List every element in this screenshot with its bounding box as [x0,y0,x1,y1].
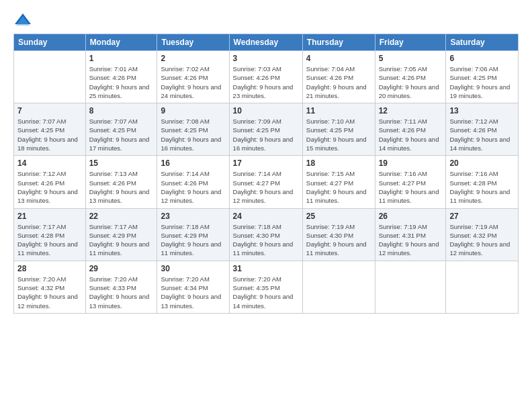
day-number: 22 [89,212,154,221]
cell-inner: 13Sunrise: 7:12 AMSunset: 4:26 PMDayligh… [449,106,515,152]
cell-details: Sunrise: 7:13 AMSunset: 4:26 PMDaylight:… [89,169,154,205]
day-number: 10 [233,106,299,116]
cell-inner: 9Sunrise: 7:08 AMSunset: 4:25 PMDaylight… [161,106,225,152]
day-number: 17 [233,158,299,168]
cell-inner: 28Sunrise: 7:20 AMSunset: 4:32 PMDayligh… [17,264,82,310]
day-number: 30 [161,264,225,273]
day-number: 15 [89,158,154,168]
calendar-cell: 2Sunrise: 7:02 AMSunset: 4:26 PMDaylight… [157,51,229,103]
cell-details: Sunrise: 7:20 AMSunset: 4:34 PMDaylight:… [161,275,225,310]
cell-inner: 3Sunrise: 7:03 AMSunset: 4:26 PMDaylight… [233,54,299,100]
calendar-cell: 6Sunrise: 7:06 AMSunset: 4:25 PMDaylight… [446,51,519,103]
calendar-cell: 24Sunrise: 7:18 AMSunset: 4:30 PMDayligh… [229,208,302,261]
day-number: 9 [161,106,225,116]
calendar-cell: 19Sunrise: 7:16 AMSunset: 4:27 PMDayligh… [375,156,446,208]
cell-inner: 5Sunrise: 7:05 AMSunset: 4:26 PMDaylight… [379,54,443,100]
cell-details: Sunrise: 7:18 AMSunset: 4:30 PMDaylight:… [233,222,299,258]
cell-inner: 6Sunrise: 7:06 AMSunset: 4:25 PMDaylight… [449,54,515,100]
day-number: 25 [306,212,371,221]
day-number: 16 [161,158,225,168]
cell-inner: 21Sunrise: 7:17 AMSunset: 4:28 PMDayligh… [17,212,82,258]
header [13,11,519,30]
calendar-cell: 10Sunrise: 7:09 AMSunset: 4:25 PMDayligh… [229,103,302,156]
calendar-week-3: 14Sunrise: 7:12 AMSunset: 4:26 PMDayligh… [14,156,519,208]
calendar-cell: 14Sunrise: 7:12 AMSunset: 4:26 PMDayligh… [14,156,86,208]
cell-details: Sunrise: 7:16 AMSunset: 4:27 PMDaylight:… [379,169,443,205]
day-number: 3 [233,54,299,63]
cell-inner: 15Sunrise: 7:13 AMSunset: 4:26 PMDayligh… [89,158,154,205]
cell-inner: 25Sunrise: 7:19 AMSunset: 4:30 PMDayligh… [306,212,371,258]
cell-inner: 18Sunrise: 7:15 AMSunset: 4:27 PMDayligh… [306,158,371,205]
day-number: 7 [17,106,82,116]
day-number: 1 [89,54,154,63]
cell-inner: 10Sunrise: 7:09 AMSunset: 4:25 PMDayligh… [233,106,299,152]
day-number: 18 [306,158,371,168]
cell-details: Sunrise: 7:03 AMSunset: 4:26 PMDaylight:… [233,64,299,100]
calendar-cell: 1Sunrise: 7:01 AMSunset: 4:26 PMDaylight… [85,51,157,103]
calendar-cell: 5Sunrise: 7:05 AMSunset: 4:26 PMDaylight… [375,51,446,103]
cell-details: Sunrise: 7:04 AMSunset: 4:26 PMDaylight:… [306,64,371,100]
calendar-week-1: 1Sunrise: 7:01 AMSunset: 4:26 PMDaylight… [14,51,519,103]
cell-inner: 26Sunrise: 7:19 AMSunset: 4:31 PMDayligh… [379,212,443,258]
calendar-header-saturday: Saturday [446,34,519,51]
day-number: 20 [449,158,515,168]
day-number: 19 [379,158,443,168]
day-number: 14 [17,158,82,168]
cell-details: Sunrise: 7:12 AMSunset: 4:26 PMDaylight:… [449,117,515,152]
cell-inner: 4Sunrise: 7:04 AMSunset: 4:26 PMDaylight… [306,54,371,100]
cell-inner: 27Sunrise: 7:19 AMSunset: 4:32 PMDayligh… [449,212,515,258]
cell-details: Sunrise: 7:20 AMSunset: 4:33 PMDaylight:… [89,275,154,310]
cell-details: Sunrise: 7:12 AMSunset: 4:26 PMDaylight:… [17,169,82,205]
cell-inner: 30Sunrise: 7:20 AMSunset: 4:34 PMDayligh… [161,264,225,310]
cell-details: Sunrise: 7:19 AMSunset: 4:32 PMDaylight:… [449,222,515,258]
calendar-cell: 29Sunrise: 7:20 AMSunset: 4:33 PMDayligh… [85,261,157,313]
calendar-cell: 15Sunrise: 7:13 AMSunset: 4:26 PMDayligh… [85,156,157,208]
calendar-header-sunday: Sunday [14,34,86,51]
cell-inner: 14Sunrise: 7:12 AMSunset: 4:26 PMDayligh… [17,158,82,205]
cell-inner: 23Sunrise: 7:18 AMSunset: 4:29 PMDayligh… [161,212,225,258]
day-number: 26 [379,212,443,221]
calendar-cell [446,261,519,313]
calendar-cell: 27Sunrise: 7:19 AMSunset: 4:32 PMDayligh… [446,208,519,261]
cell-details: Sunrise: 7:01 AMSunset: 4:26 PMDaylight:… [89,64,154,100]
calendar-header-monday: Monday [85,34,157,51]
cell-inner: 22Sunrise: 7:17 AMSunset: 4:29 PMDayligh… [89,212,154,258]
cell-details: Sunrise: 7:18 AMSunset: 4:29 PMDaylight:… [161,222,225,258]
calendar-cell: 13Sunrise: 7:12 AMSunset: 4:26 PMDayligh… [446,103,519,156]
calendar-cell [375,261,446,313]
cell-inner: 12Sunrise: 7:11 AMSunset: 4:26 PMDayligh… [379,106,443,152]
calendar-cell: 17Sunrise: 7:14 AMSunset: 4:27 PMDayligh… [229,156,302,208]
day-number: 2 [161,54,225,63]
calendar-header-tuesday: Tuesday [157,34,229,51]
cell-details: Sunrise: 7:19 AMSunset: 4:31 PMDaylight:… [379,222,443,258]
day-number: 12 [379,106,443,116]
day-number: 21 [17,212,82,221]
calendar-cell: 9Sunrise: 7:08 AMSunset: 4:25 PMDaylight… [157,103,229,156]
cell-inner: 11Sunrise: 7:10 AMSunset: 4:25 PMDayligh… [306,106,371,152]
day-number: 6 [449,54,515,63]
cell-details: Sunrise: 7:10 AMSunset: 4:25 PMDaylight:… [306,117,371,152]
day-number: 8 [89,106,154,116]
calendar-cell: 20Sunrise: 7:16 AMSunset: 4:28 PMDayligh… [446,156,519,208]
day-number: 31 [233,264,299,273]
calendar-header-wednesday: Wednesday [229,34,302,51]
calendar-cell: 31Sunrise: 7:20 AMSunset: 4:35 PMDayligh… [229,261,302,313]
cell-inner: 1Sunrise: 7:01 AMSunset: 4:26 PMDaylight… [89,54,154,100]
calendar-cell: 16Sunrise: 7:14 AMSunset: 4:26 PMDayligh… [157,156,229,208]
calendar-cell: 28Sunrise: 7:20 AMSunset: 4:32 PMDayligh… [14,261,86,313]
cell-details: Sunrise: 7:17 AMSunset: 4:28 PMDaylight:… [17,222,82,258]
calendar-cell [302,261,375,313]
day-number: 4 [306,54,371,63]
calendar-table: SundayMondayTuesdayWednesdayThursdayFrid… [13,34,519,314]
calendar-header-row: SundayMondayTuesdayWednesdayThursdayFrid… [14,34,519,51]
cell-inner: 17Sunrise: 7:14 AMSunset: 4:27 PMDayligh… [233,158,299,205]
cell-details: Sunrise: 7:07 AMSunset: 4:25 PMDaylight:… [17,117,82,152]
calendar-cell: 12Sunrise: 7:11 AMSunset: 4:26 PMDayligh… [375,103,446,156]
logo [13,11,35,30]
day-number: 13 [449,106,515,116]
cell-details: Sunrise: 7:20 AMSunset: 4:35 PMDaylight:… [233,275,299,310]
calendar-cell: 21Sunrise: 7:17 AMSunset: 4:28 PMDayligh… [14,208,86,261]
cell-details: Sunrise: 7:09 AMSunset: 4:25 PMDaylight:… [233,117,299,152]
calendar-header-friday: Friday [375,34,446,51]
calendar-header-thursday: Thursday [302,34,375,51]
